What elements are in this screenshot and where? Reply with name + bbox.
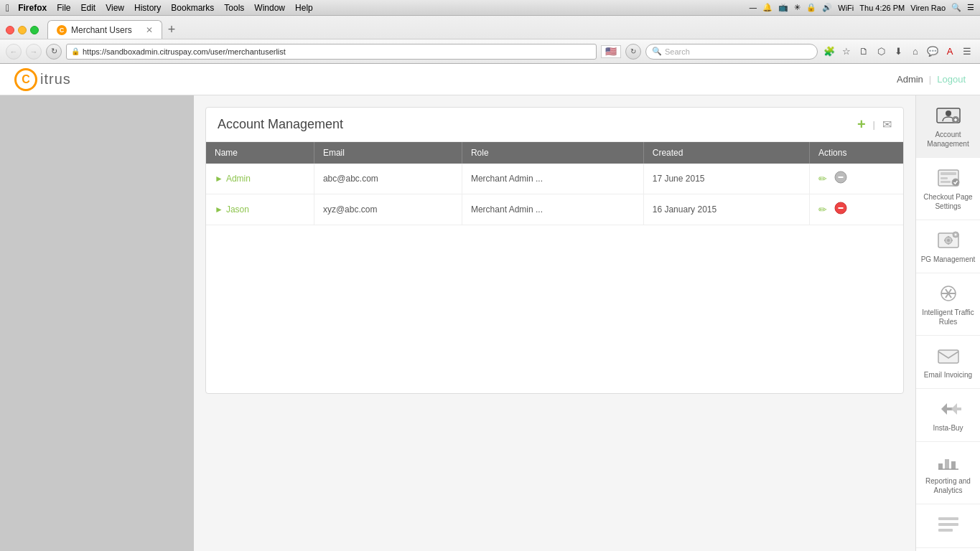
forward-button[interactable]: → [26,44,42,60]
delete-button[interactable] [834,171,847,187]
edit-button[interactable]: ✏ [818,173,827,184]
svg-rect-10 [941,172,956,175]
menu-help[interactable]: Help [295,3,313,13]
list-icon[interactable]: ☰ [967,3,974,12]
row-expander[interactable]: ► [215,174,223,184]
logo-circle: C [14,68,37,91]
menu-file[interactable]: File [57,3,70,13]
sidebar-label-account: Account Management [920,130,976,149]
right-sidebar: Account Management Checkout Page Setting… [915,95,980,551]
tab-favicon: C [57,25,67,35]
sidebar-label-pg: PG Management [921,255,976,264]
time-display: Thu 4:26 PM [859,4,905,12]
misc-icon [934,513,963,536]
user-email-cell: abc@abc.com [314,164,462,194]
notification-icon: 🔔 [762,3,773,12]
svg-rect-36 [938,523,958,526]
svg-rect-35 [938,517,958,520]
sidebar-label-reporting: Reporting and Analytics [920,476,976,495]
menu-tools[interactable]: Tools [224,3,244,13]
download-icon[interactable]: ⬇ [891,46,905,57]
citrus-logo: C itrus [14,68,71,91]
lock-icon: 🔒 [71,47,80,55]
panel-actions: + | ✉ [857,116,892,133]
user-name-link[interactable]: Jason [226,204,249,215]
search-icon[interactable]: 🔍 [951,3,961,12]
sidebar-item-reporting[interactable]: Reporting and Analytics [916,442,980,504]
action-cell: ✏ [818,171,895,187]
svg-rect-11 [941,177,948,179]
action-cell: ✏ [818,202,895,217]
minimize-button[interactable] [18,26,27,34]
menu-window[interactable]: Window [254,3,285,13]
sidebar-item-pg[interactable]: PG Management [916,220,980,273]
back-button[interactable]: ← [6,44,22,60]
menubar-right-icons: ⸻ 🔔 📺 ✳ 🔒 🔊 WiFi Thu 4:26 PM Viren Rao 🔍… [749,3,974,12]
new-tab-button[interactable]: + [162,20,181,39]
cast-icon: 📺 [778,3,788,12]
reload-button-2[interactable]: ↻ [625,44,641,60]
addon-icon[interactable]: A [943,46,957,57]
maximize-button[interactable] [30,26,39,34]
account-management-icon [934,104,963,127]
row-expander[interactable]: ► [215,204,223,215]
pocket-icon[interactable]: ⬡ [874,46,888,57]
nav-icons: 🧩 ☆ 🗋 ⬡ ⬇ ⌂ 💬 A ☰ [822,46,974,57]
user-actions-cell: ✏ [810,164,903,194]
admin-label: Admin [897,74,923,85]
address-bar[interactable]: 🔒 https://sandboxadmin.citruspay.com/use… [66,44,597,60]
svg-marker-30 [951,403,961,415]
col-email: Email [314,142,462,164]
svg-point-13 [952,179,959,186]
reader-icon[interactable]: 🗋 [857,46,871,57]
edit-button[interactable]: ✏ [818,204,827,215]
home-icon[interactable]: ⌂ [908,46,923,57]
sidebar-label-email: Email Invoicing [924,370,972,380]
bluetooth-icon: ✳ [794,3,801,12]
sidebar-item-traffic[interactable]: Intelligent Traffic Rules [916,273,980,336]
tab-close-button[interactable]: ✕ [146,25,153,35]
browser-search-bar[interactable]: 🔍 Search [645,44,818,60]
nav-bar: ← → ↻ 🔒 https://sandboxadmin.citruspay.c… [0,39,980,63]
browser-tab[interactable]: C Merchant Users ✕ [47,20,162,39]
sidebar-item-instabuy[interactable]: Insta-Buy [916,389,980,442]
sidebar-item-email[interactable]: Email Invoicing [916,336,980,389]
menu-view[interactable]: View [106,3,124,13]
logout-link[interactable]: Logout [937,74,966,85]
user-role-cell: Merchant Admin ... [462,194,643,225]
dropbox-icon: ⸻ [749,4,757,12]
menu-hamburger[interactable]: ☰ [960,46,974,57]
add-user-button[interactable]: + [857,116,866,133]
close-button[interactable] [6,26,14,34]
apple-menu[interactable]:  [6,2,9,14]
menu-edit[interactable]: Edit [80,3,95,13]
address-text: https://sandboxadmin.citruspay.com/user/… [83,47,592,56]
table-row: ►Adminabc@abc.comMerchant Admin ...17 Ju… [206,164,903,194]
user-name-link[interactable]: Admin [226,174,251,184]
menu-bookmarks[interactable]: Bookmarks [171,3,214,13]
chat-icon[interactable]: 💬 [925,46,940,57]
extensions-icon[interactable]: 🧩 [822,46,836,57]
insta-buy-icon [934,397,963,420]
browser-chrome: C Merchant Users ✕ + ← → ↻ 🔒 https://san… [0,16,980,64]
menu-firefox[interactable]: Firefox [18,3,47,13]
col-actions: Actions [810,142,903,164]
sidebar-label-checkout: Checkout Page Settings [920,192,976,211]
users-table: Name Email Role Created Actions ►Adminab… [206,142,903,225]
email-button[interactable]: ✉ [882,118,892,131]
lock-icon: 🔒 [806,3,816,12]
traffic-rules-icon [934,282,963,305]
user-created-cell: 16 January 2015 [643,194,809,225]
sidebar-item-misc[interactable] [916,504,980,548]
menu-history[interactable]: History [134,3,161,13]
user-display: Viren Rao [910,4,946,12]
sidebar-item-account[interactable]: Account Management [916,95,980,158]
svg-rect-37 [938,529,953,532]
account-panel: Account Management + | ✉ Name Email Role… [205,107,904,394]
flag-selector[interactable]: 🇺🇸 [601,45,621,58]
star-icon[interactable]: ☆ [839,46,854,57]
reload-button[interactable]: ↻ [46,44,62,60]
sidebar-item-checkout[interactable]: Checkout Page Settings [916,158,980,220]
delete-button[interactable] [834,202,847,217]
user-email-cell: xyz@abc.com [314,194,462,225]
